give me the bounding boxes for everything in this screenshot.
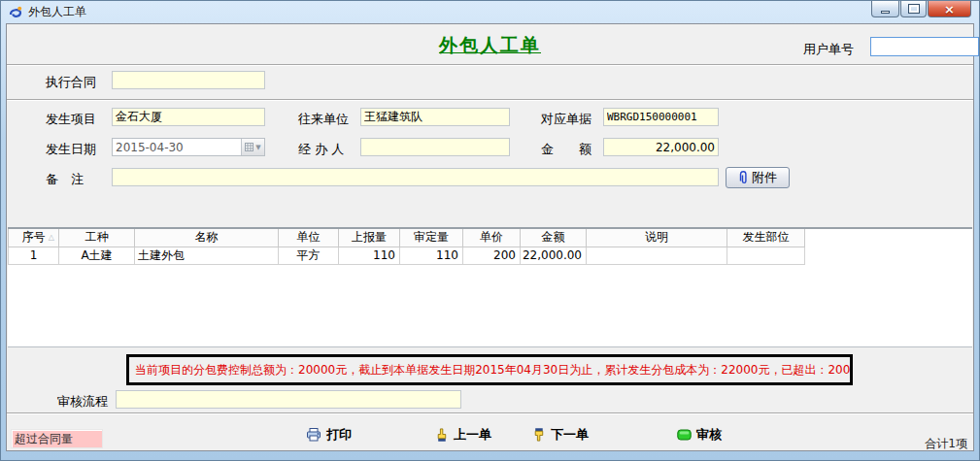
minimize-button[interactable] (871, 1, 899, 17)
grid-cell[interactable] (587, 247, 727, 264)
counterparty-input[interactable] (360, 108, 510, 126)
previous-doc-label: 上一单 (454, 426, 491, 444)
amount-input[interactable] (603, 138, 719, 156)
next-doc-button[interactable]: 下一单 (531, 424, 589, 445)
handler-label: 经 办 人 (298, 141, 344, 158)
grid-col-header[interactable]: 金额 (521, 229, 587, 247)
line-items-table: 序号△工种名称单位上报量审定量单价金额说明发生部位 1A土建土建外包平方1101… (8, 229, 805, 265)
date-label: 发生日期 (46, 141, 96, 158)
hand-point-up-icon (434, 427, 449, 443)
divider (7, 412, 973, 414)
app-icon (8, 5, 23, 20)
date-picker-button[interactable]: ▼ (241, 139, 264, 155)
date-value: 2015-04-30 (113, 141, 241, 154)
counterparty-label: 往来单位 (298, 111, 349, 128)
grid-cell[interactable]: 土建外包 (135, 247, 279, 264)
table-row[interactable]: 1A土建土建外包平方11011020022,000.00 (9, 247, 805, 264)
total-count-label: 合计1项 (925, 436, 967, 452)
line-items-grid: 序号△工种名称单位上报量审定量单价金额说明发生部位 1A土建土建外包平方1101… (8, 227, 972, 347)
status-badge: 超过合同量 (11, 429, 103, 448)
calendar-icon (245, 143, 253, 151)
maximize-icon (909, 5, 919, 13)
divider (7, 99, 973, 101)
ref-doc-input[interactable] (603, 108, 719, 126)
minimize-icon (881, 11, 890, 14)
grid-cell[interactable] (727, 247, 805, 264)
window-title: 外包人工单 (28, 4, 86, 20)
grid-cell[interactable]: 110 (339, 247, 400, 264)
previous-doc-button[interactable]: 上一单 (434, 424, 491, 445)
divider (7, 64, 973, 66)
chevron-down-icon: ▼ (255, 144, 260, 151)
grid-cell[interactable]: 22,000.00 (521, 247, 587, 264)
close-icon: × (944, 3, 955, 16)
titlebar: 外包人工单 × (1, 1, 979, 23)
grid-col-header[interactable]: 工种 (59, 229, 135, 247)
contract-input[interactable] (112, 71, 265, 89)
grid-cell[interactable]: 平方 (279, 247, 339, 264)
status-badge-label: 超过合同量 (15, 431, 73, 447)
attachment-button[interactable]: 附件 (726, 167, 790, 188)
grid-cell[interactable]: A土建 (59, 247, 135, 264)
project-input[interactable] (112, 108, 265, 126)
user-no-input[interactable] (870, 37, 979, 56)
grid-cell[interactable]: 110 (400, 247, 463, 264)
attachment-button-label: 附件 (752, 169, 777, 186)
close-button[interactable]: × (928, 1, 971, 17)
maximize-button[interactable] (900, 1, 927, 17)
grid-cell[interactable]: 1 (9, 247, 59, 264)
grid-col-header[interactable]: 单价 (463, 229, 521, 247)
grid-col-header[interactable]: 单位 (279, 229, 339, 247)
app-window: 外包人工单 × 外包人工单 用户单号 执行合同 发生项目 往来单位 对应单据 发… (0, 0, 980, 461)
audit-button[interactable]: 审核 (677, 424, 722, 445)
paperclip-icon (738, 171, 749, 185)
printer-icon (306, 427, 321, 443)
contract-label: 执行合同 (46, 74, 96, 91)
grid-col-header[interactable]: 说明 (587, 229, 727, 247)
next-doc-label: 下一单 (551, 426, 589, 444)
date-input[interactable]: 2015-04-30 ▼ (112, 138, 265, 156)
amount-label: 金 额 (541, 141, 591, 158)
print-button-label: 打印 (326, 426, 352, 444)
window-controls: × (870, 1, 971, 17)
form-panel: 外包人工单 用户单号 执行合同 发生项目 往来单位 对应单据 发生日期 2015… (6, 23, 974, 451)
hand-point-down-icon (531, 427, 546, 443)
handler-input[interactable] (360, 138, 510, 156)
grid-header-row: 序号△工种名称单位上报量审定量单价金额说明发生部位 (9, 229, 805, 247)
remark-input[interactable] (112, 168, 719, 186)
warning-text: 当前项目的分包费控制总额为：20000元，截止到本单据发生日期2015年04月3… (135, 362, 853, 379)
audit-button-label: 审核 (696, 426, 722, 444)
audit-status-icon (677, 429, 692, 441)
print-button[interactable]: 打印 (306, 424, 352, 445)
review-flow-input[interactable] (116, 390, 461, 409)
grid-col-header[interactable]: 序号△ (9, 229, 59, 247)
ref-doc-label: 对应单据 (541, 111, 591, 128)
grid-col-header[interactable]: 审定量 (400, 229, 463, 247)
remark-label: 备 注 (46, 171, 84, 188)
budget-warning-message: 当前项目的分包费控制总额为：20000元，截止到本单据发生日期2015年04月3… (126, 354, 853, 385)
grid-col-header[interactable]: 发生部位 (727, 229, 805, 247)
grid-col-header[interactable]: 上报量 (339, 229, 400, 247)
user-no-label: 用户单号 (803, 41, 854, 58)
review-flow-label: 审核流程 (57, 393, 108, 411)
project-label: 发生项目 (46, 111, 96, 128)
grid-col-header[interactable]: 名称 (135, 229, 279, 247)
sort-asc-icon: △ (49, 233, 54, 242)
grid-cell[interactable]: 200 (463, 247, 521, 264)
